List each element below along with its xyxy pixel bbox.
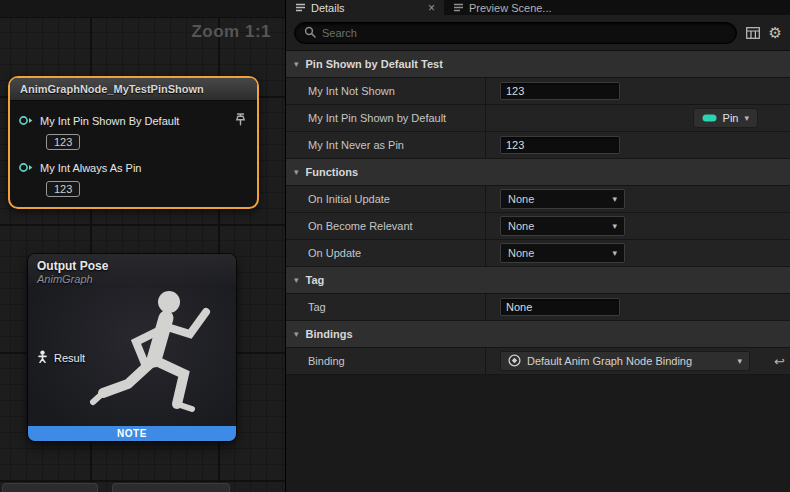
tab-details-label: Details xyxy=(311,2,345,14)
settings-gear-icon[interactable]: ⚙ xyxy=(769,25,782,40)
property-label: On Initial Update xyxy=(286,186,486,212)
pose-pin-icon[interactable] xyxy=(37,350,48,365)
result-pin[interactable]: Result xyxy=(37,350,85,365)
pin-dropdown-label: Pin xyxy=(723,112,739,124)
binding-value: Default Anim Graph Node Binding xyxy=(527,355,692,367)
my-int-never-as-pin-input[interactable] xyxy=(500,136,620,154)
property-label: Tag xyxy=(286,294,486,320)
pin-default-value[interactable]: 123 xyxy=(46,181,80,197)
test-node-body: My Int Pin Shown By Default 123 My Int A… xyxy=(10,101,257,207)
tab-bar: Details × Preview Scene... xyxy=(286,0,790,15)
chevron-down-icon: ▾ xyxy=(294,59,299,69)
chevron-down-icon: ▾ xyxy=(294,329,299,339)
section-title: Bindings xyxy=(306,328,353,340)
pin-label: My Int Pin Shown By Default xyxy=(40,115,229,127)
chevron-down-icon: ▾ xyxy=(294,275,299,285)
dropdown-value: None xyxy=(508,193,534,205)
chevron-down-icon: ▾ xyxy=(744,113,749,123)
property-list: ▾ Pin Shown by Default Test My Int Not S… xyxy=(286,51,790,492)
column-view-icon[interactable] xyxy=(746,27,760,39)
chevron-down-icon: ▾ xyxy=(612,194,617,204)
section-functions[interactable]: ▾ Functions xyxy=(286,159,790,186)
output-node-header[interactable]: Output Pose AnimGraph xyxy=(28,254,236,288)
section-pin-shown-by-default-test[interactable]: ▾ Pin Shown by Default Test xyxy=(286,51,790,78)
property-row-on-initial-update: On Initial Update None ▾ xyxy=(286,186,790,213)
tab-close-icon[interactable]: × xyxy=(428,2,435,14)
tab-details[interactable]: Details × xyxy=(286,0,444,15)
zoom-level-label: Zoom 1:1 xyxy=(191,22,271,42)
pin-label: My Int Always As Pin xyxy=(40,162,249,174)
property-label: My Int Never as Pin xyxy=(286,132,486,158)
property-row-my-int-pin-shown-by-default: My Int Pin Shown by Default Pin ▾ xyxy=(286,105,790,132)
property-label: My Int Pin Shown by Default xyxy=(286,105,486,131)
pin-default-value[interactable]: 123 xyxy=(46,134,80,150)
pin-row: My Int Always As Pin 123 xyxy=(10,150,257,197)
result-pin-label: Result xyxy=(54,352,85,364)
output-pose-node[interactable]: Output Pose AnimGraph Result NOTE xyxy=(28,254,236,441)
on-initial-update-dropdown[interactable]: None ▾ xyxy=(500,189,625,209)
property-row-my-int-not-shown: My Int Not Shown xyxy=(286,78,790,105)
property-row-binding: Binding Default Anim Graph Node Binding … xyxy=(286,348,790,375)
pin-visibility-dropdown[interactable]: Pin ▾ xyxy=(693,108,758,128)
section-title: Functions xyxy=(306,166,359,178)
int-pin-icon[interactable] xyxy=(18,159,34,177)
details-tab-icon xyxy=(295,2,306,13)
dropdown-value: None xyxy=(508,247,534,259)
property-row-on-become-relevant: On Become Relevant None ▾ xyxy=(286,213,790,240)
chevron-down-icon: ▾ xyxy=(612,248,617,258)
binding-dropdown[interactable]: Default Anim Graph Node Binding ▾ xyxy=(500,351,750,371)
test-node-title[interactable]: AnimGraphNode_MyTestPinShown xyxy=(10,78,257,101)
chevron-down-icon: ▾ xyxy=(294,167,299,177)
note-bubble[interactable]: NOTE xyxy=(28,426,236,441)
tag-input[interactable] xyxy=(500,298,620,316)
chevron-down-icon: ▾ xyxy=(612,221,617,231)
section-tag[interactable]: ▾ Tag xyxy=(286,267,790,294)
graph-top-strip xyxy=(0,0,285,18)
property-label: On Become Relevant xyxy=(286,213,486,239)
tab-preview-scene-label: Preview Scene... xyxy=(469,2,552,14)
search-icon xyxy=(304,24,316,42)
pin-icon xyxy=(702,112,717,124)
details-panel: Details × Preview Scene... ⚙ ▾ Pin Shown… xyxy=(285,0,790,492)
my-int-not-shown-input[interactable] xyxy=(500,82,620,100)
preview-scene-tab-icon xyxy=(453,2,464,13)
int-pin-icon[interactable] xyxy=(18,112,34,130)
chevron-down-icon: ▾ xyxy=(737,356,742,366)
search-input[interactable] xyxy=(322,27,727,39)
property-row-my-int-never-as-pin: My Int Never as Pin xyxy=(286,132,790,159)
output-node-subtitle: AnimGraph xyxy=(37,273,227,285)
pin-row: My Int Pin Shown By Default 123 xyxy=(10,103,257,150)
anim-graph-test-node[interactable]: AnimGraphNode_MyTestPinShown My Int Pin … xyxy=(8,76,259,209)
property-label: On Update xyxy=(286,240,486,266)
property-row-on-update: On Update None ▾ xyxy=(286,240,790,267)
details-toolbar: ⚙ xyxy=(286,15,790,51)
offscreen-node-top[interactable] xyxy=(2,483,98,492)
on-become-relevant-dropdown[interactable]: None ▾ xyxy=(500,216,625,236)
property-label: My Int Not Shown xyxy=(286,78,486,104)
search-box[interactable] xyxy=(294,22,737,44)
offscreen-node-top[interactable] xyxy=(112,483,230,492)
on-update-dropdown[interactable]: None ▾ xyxy=(500,243,625,263)
tab-preview-scene[interactable]: Preview Scene... xyxy=(444,0,561,15)
dropdown-value: None xyxy=(508,220,534,232)
section-bindings[interactable]: ▾ Bindings xyxy=(286,321,790,348)
bind-arrow-icon[interactable]: ↩ xyxy=(774,355,785,368)
section-title: Pin Shown by Default Test xyxy=(306,58,443,70)
pin-visibility-toggle-icon[interactable] xyxy=(235,112,246,130)
anim-graph-canvas[interactable]: Zoom 1:1 AnimGraphNode_MyTestPinShown My… xyxy=(0,0,285,492)
property-row-tag: Tag xyxy=(286,294,790,321)
output-node-title: Output Pose xyxy=(37,259,227,273)
section-title: Tag xyxy=(306,274,325,286)
property-label: Binding xyxy=(286,348,486,374)
binding-icon xyxy=(508,354,521,369)
mannequin-preview-image xyxy=(74,280,224,430)
